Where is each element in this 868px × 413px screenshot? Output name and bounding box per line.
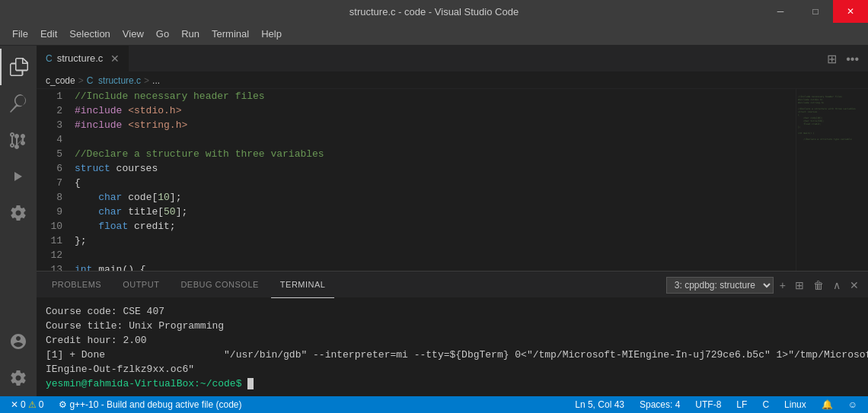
code-line-1: //Include necessary header files (75, 89, 796, 103)
code-line-11: }; (75, 234, 796, 248)
breadcrumb-symbol[interactable]: ... (152, 75, 160, 86)
status-line-ending[interactable]: LF (732, 399, 752, 410)
status-spaces[interactable]: Spaces: 4 (635, 399, 685, 410)
accounts-icon[interactable] (0, 323, 37, 360)
panel-area: PROBLEMS OUTPUT DEBUG CONSOLE TERMINAL 3… (37, 271, 868, 396)
spaces-label: Spaces: 4 (640, 399, 680, 410)
line-num-11: 11 (37, 234, 69, 248)
status-notifications[interactable]: 🔔 (817, 399, 838, 410)
status-encoding[interactable]: UTF-8 (691, 399, 726, 410)
line-numbers: 1 2 3 4 5 6 7 8 9 10 11 12 13 14 15 (37, 89, 75, 271)
menu-edit[interactable]: Edit (34, 25, 63, 43)
build-task-label: g++-10 - Build and debug active file (co… (69, 399, 241, 410)
panel-actions: 3: cppdbg: structure + ⊞ 🗑 ∧ ✕ (666, 272, 862, 298)
code-line-10: float credit; (75, 219, 796, 234)
breadcrumb-file[interactable]: C structure.c (87, 75, 141, 86)
line-num-12: 12 (37, 248, 69, 262)
error-icon: ✕ (11, 399, 18, 410)
delete-terminal-button[interactable]: 🗑 (810, 278, 827, 293)
code-line-13: int main() { (75, 262, 796, 271)
menu-selection[interactable]: Selection (63, 25, 116, 43)
tab-bar: C structure.c ✕ ⊞ ••• (37, 46, 868, 72)
code-line-8: char code[10]; (75, 190, 796, 205)
code-line-9: char title[50]; (75, 205, 796, 219)
minimap-content: //Include necessary header files #includ… (796, 89, 868, 271)
code-line-6: struct courses (75, 161, 796, 176)
code-line-12 (75, 248, 796, 262)
terminal-selector[interactable]: 3: cppdbg: structure (666, 277, 774, 294)
notifications-icon: 🔔 (822, 399, 833, 410)
menu-bar: File Edit Selection View Go Run Terminal… (0, 23, 868, 46)
extensions-icon[interactable] (0, 195, 37, 231)
breadcrumb-folder[interactable]: c_code (46, 75, 75, 86)
code-line-2: #include <stdio.h> (75, 103, 796, 118)
search-icon[interactable] (0, 85, 37, 122)
more-actions-button[interactable]: ••• (843, 51, 862, 68)
warning-icon: ⚠ (28, 399, 37, 410)
minimap: //Include necessary header files #includ… (796, 89, 868, 271)
line-num-3: 3 (37, 118, 69, 132)
feedback-icon: ☺ (848, 399, 857, 410)
terminal-prompt-line: yesmin@fahmida-VirtualBox:~/code$ (46, 376, 859, 391)
line-num-4: 4 (37, 132, 69, 147)
line-num-8: 8 (37, 190, 69, 205)
minimize-button[interactable]: ─ (763, 0, 798, 23)
code-line-5: //Declare a structure with three variabl… (75, 147, 796, 161)
tab-terminal[interactable]: TERMINAL (271, 272, 335, 298)
code-line-7: { (75, 176, 796, 190)
tab-debug-console[interactable]: DEBUG CONSOLE (171, 272, 267, 298)
terminal-content[interactable]: Course code: CSE 407 Course title: Unix … (37, 298, 868, 396)
run-icon[interactable] (0, 158, 37, 195)
line-num-1: 1 (37, 89, 69, 103)
terminal-line-2: Course title: Unix Programming (46, 319, 859, 333)
terminal-line-5: IEngine-Out-fzlkz9xx.oc6" (46, 362, 859, 376)
split-editor-button[interactable]: ⊞ (824, 50, 840, 68)
menu-help[interactable]: Help (255, 25, 288, 43)
status-os[interactable]: Linux (780, 399, 811, 410)
menu-view[interactable]: View (116, 25, 150, 43)
code-content[interactable]: //Include necessary header files #includ… (75, 89, 796, 271)
terminal-cursor (247, 378, 254, 389)
tab-filename: structure.c (57, 52, 104, 64)
settings-icon[interactable] (0, 360, 37, 396)
line-num-2: 2 (37, 103, 69, 118)
menu-terminal[interactable]: Terminal (206, 25, 255, 43)
line-num-6: 6 (37, 161, 69, 176)
split-terminal-button[interactable]: ⊞ (792, 278, 807, 293)
close-panel-button[interactable]: ✕ (847, 278, 862, 293)
window-controls: ─ □ ✕ (763, 0, 868, 23)
tab-close-button[interactable]: ✕ (110, 52, 120, 65)
close-button[interactable]: ✕ (833, 0, 868, 23)
tab-output[interactable]: OUTPUT (113, 272, 168, 298)
explorer-icon[interactable] (0, 49, 37, 85)
activity-bar (0, 46, 37, 396)
position-label: Ln 5, Col 43 (575, 399, 624, 410)
status-build-task[interactable]: ⚙ g++-10 - Build and debug active file (… (54, 399, 246, 410)
title-bar: structure.c - code - Visual Studio Code … (0, 0, 868, 23)
error-count: 0 (21, 399, 26, 410)
line-ending-label: LF (736, 399, 747, 410)
new-terminal-button[interactable]: + (777, 278, 789, 293)
status-feedback[interactable]: ☺ (844, 399, 862, 410)
editor-area: C structure.c ✕ ⊞ ••• c_code > C structu… (37, 46, 868, 396)
line-num-9: 9 (37, 205, 69, 219)
build-icon: ⚙ (59, 399, 67, 410)
menu-run[interactable]: Run (175, 25, 206, 43)
editor-tab-structure-c[interactable]: C structure.c ✕ (37, 46, 129, 71)
status-language[interactable]: C (758, 399, 774, 410)
line-num-7: 7 (37, 176, 69, 190)
collapse-panel-button[interactable]: ∧ (830, 278, 844, 293)
maximize-button[interactable]: □ (798, 0, 833, 23)
code-line-4 (75, 132, 796, 147)
status-errors[interactable]: ✕ 0 ⚠ 0 (6, 399, 48, 410)
tab-problems[interactable]: PROBLEMS (43, 272, 110, 298)
status-position[interactable]: Ln 5, Col 43 (570, 399, 629, 410)
c-file-icon: C (46, 53, 53, 64)
code-editor[interactable]: 1 2 3 4 5 6 7 8 9 10 11 12 13 14 15 //In… (37, 89, 868, 271)
language-label: C (762, 399, 769, 410)
menu-go[interactable]: Go (150, 25, 175, 43)
source-control-icon[interactable] (0, 122, 37, 158)
window-title: structure.c - code - Visual Studio Code (349, 6, 519, 17)
status-right: Ln 5, Col 43 Spaces: 4 UTF-8 LF C Linux … (570, 399, 862, 410)
menu-file[interactable]: File (6, 25, 34, 43)
